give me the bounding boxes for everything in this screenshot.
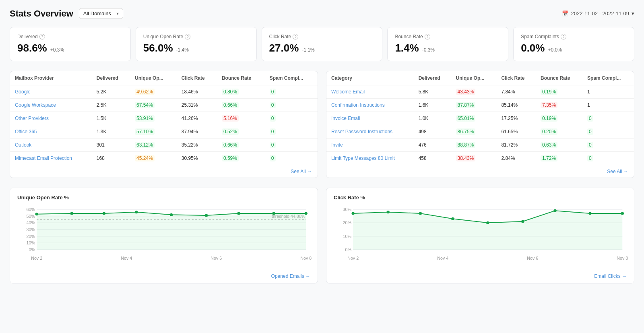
domain-select[interactable]: All Domains — [79, 8, 123, 19]
delivered-cell: 1.6K — [414, 99, 451, 112]
info-icon[interactable]: ? — [293, 34, 298, 39]
delivered-cell: 498 — [414, 125, 451, 139]
click-rate-cell: 2.84% — [496, 152, 536, 165]
open-rate-chart-section: Unique Open Rate % 0%10%20%30%40%50%60%t… — [10, 188, 318, 283]
row-name-link[interactable]: Outlook — [15, 142, 31, 148]
svg-point-47 — [621, 212, 624, 215]
unique-open-cell: 53.91% — [135, 115, 155, 122]
mailbox-see-all[interactable]: See All → — [291, 169, 312, 174]
spam-cell: 0 — [270, 155, 276, 161]
row-name-link[interactable]: Google — [15, 89, 31, 95]
spam-cell: 0 — [587, 155, 593, 161]
svg-text:0%: 0% — [345, 248, 351, 252]
stat-card-value: 0.0% — [521, 42, 545, 54]
table-row: Outlook30163.12%35.22%0.66%0 — [10, 139, 318, 152]
spam-cell: 0 — [587, 142, 593, 148]
domain-filter-wrap[interactable]: All Domains — [79, 8, 123, 19]
delivered-cell: 476 — [414, 139, 451, 152]
email-clicks-link[interactable]: Email Clicks → — [594, 273, 627, 279]
svg-text:Nov 2: Nov 2 — [347, 256, 359, 261]
svg-marker-16 — [37, 212, 306, 250]
opened-emails-link[interactable]: Opened Emails → — [271, 273, 310, 279]
bounce-rate-cell: 5.16% — [222, 115, 239, 122]
row-name-link[interactable]: Reset Password Instructions — [331, 129, 392, 134]
delivered-cell: 2.5K — [92, 99, 130, 112]
table-col-header: Bounce Rate — [217, 71, 265, 85]
info-icon[interactable]: ? — [561, 34, 566, 39]
unique-open-cell: 57.10% — [135, 128, 155, 135]
stat-card: Delivered ? 98.6% +0.3% — [10, 27, 131, 61]
charts-row: Unique Open Rate % 0%10%20%30%40%50%60%t… — [10, 188, 634, 283]
row-name-link[interactable]: Invoice Email — [331, 116, 360, 121]
stat-card: Click Rate ? 27.0% -1.1% — [262, 27, 383, 61]
svg-text:Nov 6: Nov 6 — [527, 256, 538, 261]
stat-card-delta: +0.0% — [548, 47, 561, 53]
table-row: Reset Password Instructions49886.75%61.6… — [326, 125, 634, 139]
row-name-link[interactable]: Other Providers — [15, 116, 49, 121]
bounce-rate-cell: 0.19% — [541, 89, 557, 95]
svg-point-25 — [305, 212, 308, 215]
svg-text:50%: 50% — [26, 214, 35, 219]
stat-card-label: Delivered ? — [17, 34, 123, 39]
row-name-link[interactable]: Office 365 — [15, 129, 37, 134]
mailbox-provider-table: Mailbox ProviderDeliveredUnique Op...Cli… — [10, 71, 318, 178]
tables-row: Mailbox ProviderDeliveredUnique Op...Cli… — [10, 71, 634, 178]
click-rate-cell: 81.72% — [496, 139, 536, 152]
unique-open-cell: 63.12% — [135, 142, 155, 148]
row-name-link[interactable]: Confirmation Instructions — [331, 102, 385, 108]
stat-card-delta: -1.1% — [302, 47, 314, 53]
open-rate-chart-area: 0%10%20%30%40%50%60%threshold 44.80%Nov … — [17, 205, 310, 270]
unique-open-cell: 86.75% — [456, 128, 476, 135]
info-icon[interactable]: ? — [39, 34, 45, 39]
svg-text:0%: 0% — [29, 248, 35, 252]
bounce-rate-cell: 0.19% — [541, 115, 557, 122]
svg-point-46 — [588, 212, 591, 215]
svg-text:Nov 8: Nov 8 — [300, 256, 312, 261]
row-name-link[interactable]: Limit Type Messages 80 Limit — [331, 155, 395, 161]
category-table: CategoryDeliveredUnique Op...Click RateB… — [326, 71, 634, 178]
table-col-header: Spam Compl... — [265, 71, 318, 85]
row-name-link[interactable]: Google Workspace — [15, 102, 56, 108]
stat-card-value: 56.0% — [143, 42, 173, 54]
row-name-link[interactable]: Invite — [331, 142, 343, 148]
stat-card-label: Bounce Rate ? — [395, 34, 501, 39]
svg-text:20%: 20% — [343, 221, 351, 225]
spam-cell: 1 — [587, 102, 590, 108]
svg-text:20%: 20% — [26, 234, 35, 239]
unique-open-cell: 87.87% — [456, 102, 476, 108]
stat-card-label: Unique Open Rate ? — [143, 34, 249, 39]
delivered-cell: 1.0K — [414, 112, 451, 125]
click-rate-cell: 37.94% — [177, 125, 217, 139]
svg-point-17 — [35, 213, 38, 215]
date-range-picker[interactable]: 📅 2022-11-02 - 2022-11-09 ▾ — [562, 10, 634, 17]
delivered-cell: 5.2K — [92, 85, 130, 99]
table-col-header: Category — [326, 71, 414, 85]
stat-card-value: 27.0% — [269, 42, 299, 54]
svg-text:10%: 10% — [343, 234, 351, 239]
table-row: Google Workspace2.5K67.54%25.31%0.66%0 — [10, 99, 318, 112]
spam-cell: 0 — [270, 102, 276, 108]
svg-point-44 — [521, 220, 524, 223]
category-see-all[interactable]: See All → — [607, 169, 628, 174]
svg-point-39 — [351, 212, 354, 215]
svg-text:Nov 4: Nov 4 — [437, 256, 448, 261]
info-icon[interactable]: ? — [185, 34, 190, 39]
delivered-cell: 1.3K — [92, 125, 130, 139]
unique-open-cell: 38.43% — [456, 155, 476, 161]
svg-text:40%: 40% — [26, 221, 35, 225]
info-icon[interactable]: ? — [425, 34, 430, 39]
table-col-header: Unique Op... — [451, 71, 497, 85]
row-name-link[interactable]: Mimecast Email Protection — [15, 155, 72, 161]
bounce-rate-cell: 0.52% — [222, 128, 239, 135]
table-row: Office 3651.3K57.10%37.94%0.52%0 — [10, 125, 318, 139]
stat-cards-row: Delivered ? 98.6% +0.3% Unique Open Rate… — [10, 27, 634, 61]
svg-point-40 — [386, 211, 389, 213]
click-rate-cell: 7.84% — [496, 85, 536, 99]
click-rate-cell: 25.31% — [177, 99, 217, 112]
table-col-header: Delivered — [414, 71, 451, 85]
click-rate-cell: 18.46% — [177, 85, 217, 99]
table-row: Mimecast Email Protection16845.24%30.95%… — [10, 152, 318, 165]
bounce-rate-cell: 0.66% — [222, 102, 239, 108]
svg-text:10%: 10% — [26, 241, 35, 246]
row-name-link[interactable]: Welcome Email — [331, 89, 365, 95]
